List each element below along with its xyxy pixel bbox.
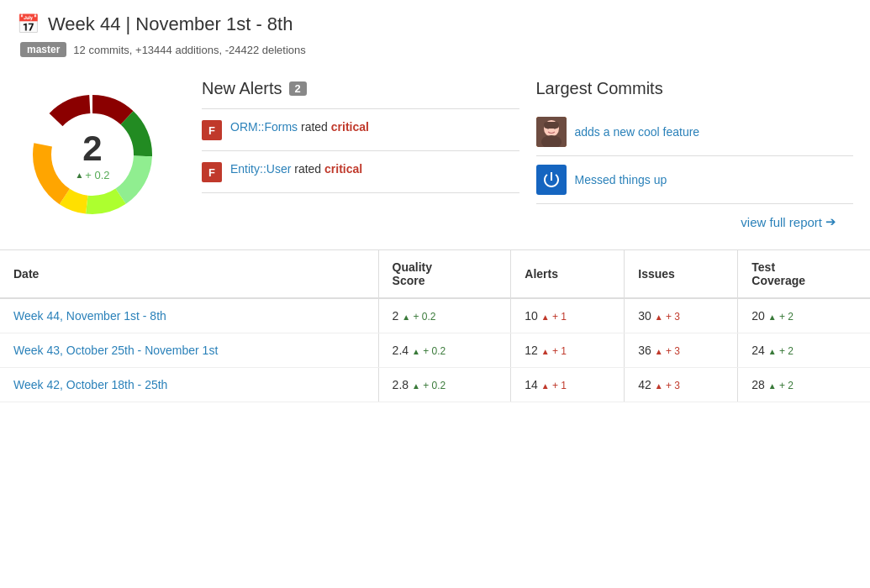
- date-cell-1: Week 43, October 25th - November 1st: [0, 333, 378, 368]
- issues-cell-0: 30 ▲ + 3: [625, 298, 738, 333]
- date-cell-0: Week 44, November 1st - 8th: [0, 298, 378, 333]
- coverage-delta-0: + 2: [777, 311, 794, 323]
- alerts-arrow-1: ▲: [541, 347, 550, 356]
- view-full-report-link[interactable]: view full report ➔: [741, 214, 836, 229]
- date-link-1[interactable]: Week 43, October 25th - November 1st: [13, 344, 218, 357]
- table-section: Date QualityScore Alerts Issues TestCove…: [0, 249, 870, 402]
- branch-badge: master: [20, 42, 66, 57]
- coverage-arrow-1: ▲: [768, 347, 777, 356]
- commits-title: Largest Commits: [536, 79, 854, 98]
- date-cell-2: Week 42, October 18th - 25th: [0, 368, 378, 402]
- delta-arrow-icon: ▲: [75, 171, 83, 180]
- coverage-cell-1: 24 ▲ + 2: [738, 333, 870, 368]
- alert-critical-1: critical: [331, 120, 369, 134]
- svg-rect-5: [544, 122, 559, 129]
- score-cell-2: 2.8 ▲ + 0.2: [378, 368, 511, 402]
- score-arrow-2: ▲: [412, 381, 420, 391]
- issues-arrow-0: ▲: [655, 312, 663, 322]
- coverage-arrow-0: ▲: [768, 312, 777, 322]
- donut-delta: ▲ + 0.2: [75, 169, 109, 181]
- table-row: Week 44, November 1st - 8th 2 ▲ + 0.2 10…: [0, 298, 870, 333]
- score-delta-2: + 0.2: [420, 380, 446, 391]
- issues-cell-2: 42 ▲ + 3: [625, 368, 738, 402]
- commit-item-1: adds a new cool feature: [536, 108, 854, 156]
- commits-section: Largest Commits adds a new cool feature: [536, 79, 854, 236]
- alerts-header: New Alerts 2: [202, 79, 519, 98]
- alerts-title: New Alerts: [202, 79, 282, 98]
- alert-f-badge-1: F: [202, 120, 222, 140]
- alert-f-badge-2: F: [202, 162, 222, 182]
- alerts-cell-2: 14 ▲ + 1: [511, 368, 625, 402]
- alert-item-2: F Entity::User rated critical: [202, 151, 519, 192]
- page-title: Week 44 | November 1st - 8th: [48, 13, 293, 35]
- alert-item-1: F ORM::Forms rated critical: [202, 109, 519, 150]
- score-delta-0: + 0.2: [410, 311, 435, 323]
- date-link-2[interactable]: Week 42, October 18th - 25th: [13, 378, 167, 391]
- alerts-count-badge: 2: [289, 81, 307, 96]
- score-cell-1: 2.4 ▲ + 0.2: [378, 333, 511, 368]
- score-delta-1: + 0.2: [420, 345, 446, 357]
- alert-text-2: Entity::User rated critical: [230, 161, 362, 178]
- alerts-cell-1: 12 ▲ + 1: [511, 333, 625, 368]
- alerts-cell-0: 10 ▲ + 1: [511, 298, 625, 333]
- donut-score: 2: [75, 129, 109, 169]
- alert-link-2[interactable]: Entity::User: [230, 162, 291, 176]
- donut-section: 2 ▲ + 0.2: [17, 79, 185, 236]
- col-quality-score: QualityScore: [378, 250, 511, 298]
- branch-info: master 12 commits, +13444 additions, -24…: [17, 42, 853, 57]
- data-table: Date QualityScore Alerts Issues TestCove…: [0, 250, 870, 402]
- alerts-delta-2: + 1: [550, 380, 567, 391]
- date-link-0[interactable]: Week 44, November 1st - 8th: [13, 309, 166, 323]
- coverage-arrow-2: ▲: [768, 381, 777, 391]
- donut-center: 2 ▲ + 0.2: [75, 129, 109, 181]
- coverage-delta-1: + 2: [777, 345, 794, 357]
- donut-chart: 2 ▲ + 0.2: [17, 79, 168, 230]
- issues-cell-1: 36 ▲ + 3: [625, 333, 738, 368]
- alerts-arrow-0: ▲: [541, 312, 550, 322]
- issues-arrow-1: ▲: [655, 347, 663, 356]
- arrow-right-icon: ➔: [825, 214, 836, 229]
- table-body: Week 44, November 1st - 8th 2 ▲ + 0.2 10…: [0, 298, 870, 402]
- table-row: Week 42, October 18th - 25th 2.8 ▲ + 0.2…: [0, 368, 870, 402]
- alerts-section: New Alerts 2 F ORM::Forms rated critical…: [202, 79, 519, 236]
- power-icon: [541, 170, 562, 190]
- alert-link-1[interactable]: ORM::Forms: [230, 120, 298, 134]
- commit-link-1[interactable]: adds a new cool feature: [575, 125, 700, 139]
- donut-delta-value: + 0.2: [85, 169, 109, 181]
- alert-critical-2: critical: [324, 162, 362, 176]
- alerts-delta-0: + 1: [550, 311, 567, 323]
- issues-delta-0: + 3: [663, 311, 680, 323]
- coverage-delta-2: + 2: [777, 380, 794, 391]
- commit-avatar-2: [536, 165, 567, 195]
- commits-info: 12 commits, +13444 additions, -24422 del…: [73, 44, 305, 56]
- score-cell-0: 2 ▲ + 0.2: [378, 298, 511, 333]
- alert-text-1: ORM::Forms rated critical: [230, 119, 369, 136]
- table-header: Date QualityScore Alerts Issues TestCove…: [0, 250, 870, 298]
- commit-item-2: Messed things up: [536, 156, 854, 204]
- col-date: Date: [0, 250, 378, 298]
- col-alerts: Alerts: [511, 250, 625, 298]
- issues-delta-1: + 3: [663, 345, 680, 357]
- week-title: 📅 Week 44 | November 1st - 8th: [17, 13, 853, 35]
- alert-divider-bottom: [202, 192, 519, 193]
- col-issues: Issues: [625, 250, 738, 298]
- issues-arrow-2: ▲: [655, 381, 663, 391]
- commit-link-2[interactable]: Messed things up: [575, 173, 667, 186]
- score-arrow-0: ▲: [402, 312, 410, 322]
- main-content: 2 ▲ + 0.2 New Alerts 2 F ORM::Forms rate…: [0, 66, 870, 249]
- table-row: Week 43, October 25th - November 1st 2.4…: [0, 333, 870, 368]
- view-report: view full report ➔: [536, 204, 854, 236]
- col-coverage: TestCoverage: [738, 250, 870, 298]
- issues-delta-2: + 3: [663, 380, 680, 391]
- avatar-svg-1: [536, 117, 567, 147]
- view-report-label: view full report: [741, 215, 822, 229]
- calendar-icon: 📅: [17, 13, 40, 35]
- score-arrow-1: ▲: [412, 347, 420, 356]
- alerts-delta-1: + 1: [550, 345, 567, 357]
- coverage-cell-2: 28 ▲ + 2: [738, 368, 870, 402]
- header-section: 📅 Week 44 | November 1st - 8th master 12…: [0, 0, 870, 66]
- coverage-cell-0: 20 ▲ + 2: [738, 298, 870, 333]
- alerts-arrow-2: ▲: [541, 381, 550, 391]
- commit-avatar-1: [536, 117, 567, 147]
